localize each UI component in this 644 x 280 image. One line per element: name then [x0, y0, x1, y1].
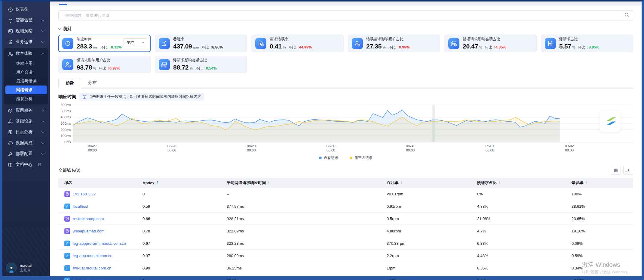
- sidebar-item-observe-insight[interactable]: 观测洞察: [4, 26, 48, 36]
- stat-card-slow-request[interactable]: 慢请求占比5.57%环比↓8.95%: [541, 35, 633, 52]
- error-rate-cell: 100%: [566, 192, 633, 196]
- stat-card-title: 响应时间: [77, 37, 121, 41]
- legend-item-第三方请求[interactable]: 第三方请求: [350, 155, 373, 160]
- column-header-错误率[interactable]: 错误率▲▼: [566, 180, 633, 185]
- stat-card-title: 吞吐率: [173, 37, 223, 41]
- stat-card-session-error[interactable]: 错误请求影响会话占比20.47%环比↑4.35%: [444, 35, 537, 52]
- stats-section-header[interactable]: 统计: [58, 26, 633, 32]
- stat-card-trend-label: 环比: [578, 45, 585, 49]
- domain-link[interactable]: localhost: [73, 204, 88, 209]
- domain-link[interactable]: leg-appprd-arm.moutai.com.cn: [73, 241, 126, 246]
- sort-carets-icon[interactable]: ▲▼: [585, 181, 587, 184]
- throughput-cell: <0.01rpm: [381, 192, 471, 196]
- sidebar-item-app-service[interactable]: 应用服务: [4, 105, 48, 116]
- stat-card-response-time[interactable]: 响应时间283.3ms环比↓8.32%平均: [58, 35, 151, 52]
- sidebar-item-terminal-app[interactable]: 终端应用: [4, 59, 48, 68]
- stat-card-slow-user[interactable]: 慢请求影响用户占比93.78%环比↑0.97%: [58, 56, 151, 73]
- aggregation-selected: 平均: [127, 40, 134, 45]
- collapse-chevron-icon: [58, 26, 61, 30]
- apdex-cell: 0: [136, 192, 221, 196]
- slow-ratio-cell: 6.38%: [471, 241, 566, 246]
- column-header-慢请求占比[interactable]: 慢请求占比▲▼: [471, 180, 566, 185]
- legend-label: 自有请求: [324, 155, 338, 160]
- sort-carets-icon[interactable]: ▲▼: [268, 181, 270, 184]
- sidebar-item-business-ops[interactable]: 业务运维: [4, 36, 48, 47]
- throughput-cell: 4.88rpm: [381, 229, 471, 233]
- svg-text:08-27: 08-27: [88, 144, 97, 148]
- aggregation-dropdown[interactable]: 平均: [124, 38, 147, 46]
- legend-item-自有请求[interactable]: 自有请求: [319, 155, 338, 160]
- svg-text:00:00: 00:00: [247, 148, 256, 152]
- response-time-cell: 36.25ms: [221, 266, 381, 270]
- sidebar-item-energy-analysis[interactable]: 能耗分析: [4, 95, 48, 103]
- sidebar-item-network-request[interactable]: 网络请求: [5, 86, 47, 94]
- sidebar-item-user-session[interactable]: 用户会话: [4, 68, 48, 76]
- sidebar-item-log-analysis[interactable]: 日志分析: [4, 127, 48, 138]
- slow-ratio-cell: 4.7%: [471, 229, 566, 233]
- domain-link[interactable]: webapi.amap.com: [73, 229, 105, 233]
- response-time-cell: 22.31ms: [221, 278, 381, 280]
- column-label: Apdex: [143, 181, 155, 185]
- domain-link[interactable]: restapi.amap.com: [73, 216, 104, 221]
- stat-card-value: 93.78: [77, 64, 92, 70]
- sidebar-item-smart-alert[interactable]: 智能告警: [4, 15, 48, 26]
- stat-card-trend-value: ↓8.32%: [109, 45, 122, 49]
- throughput-cell: 57.22rpm: [381, 278, 471, 280]
- tab-trend[interactable]: 趋势: [58, 78, 81, 89]
- stat-card-user-error[interactable]: 错误请求影响用户占比27.35%环比↑0.99%: [348, 35, 440, 52]
- svg-text:09-01: 09-01: [485, 144, 494, 148]
- domain-link[interactable]: leg-app.moutai.com.cn: [73, 254, 112, 258]
- sidebar-item-label: 业务运维: [16, 39, 32, 45]
- response-time-cell: --: [221, 192, 381, 196]
- throughput-cell: 1rpm: [381, 266, 471, 270]
- sidebar-item-deploy-config[interactable]: 部署配置: [4, 148, 48, 159]
- stat-card-value: 5.57: [559, 43, 571, 49]
- chevron-up-icon: [41, 53, 44, 56]
- stat-card-slow-session[interactable]: 慢请求影响会话占比88.72%环比↓0.54%: [155, 56, 247, 73]
- sidebar-item-data-integration[interactable]: 数据集成: [4, 138, 48, 148]
- user-role: 主账号: [20, 268, 32, 272]
- error-rate-cell: 0.34%: [566, 266, 633, 270]
- sidebar-item-label: 智能告警: [16, 17, 32, 23]
- stat-card-unit: %: [383, 46, 386, 49]
- tab-distribution[interactable]: 分布: [81, 78, 103, 88]
- stat-card-trend-label: 环比: [201, 45, 209, 49]
- sidebar-item-dashboard[interactable]: 仪表盘: [4, 4, 48, 15]
- svg-text:09-02: 09-02: [565, 144, 574, 148]
- stat-card-request-error[interactable]: 请求错误率0.41%环比↑44.99%: [251, 35, 344, 52]
- column-label: 域名: [64, 180, 72, 185]
- columns-button[interactable]: [611, 166, 621, 175]
- sort-carets-icon[interactable]: ▲▼: [498, 181, 501, 184]
- search-input[interactable]: [62, 13, 624, 18]
- stat-card-trend-value: ↑4.35%: [494, 45, 506, 49]
- column-header-Apdex[interactable]: Apdex▲▼: [136, 181, 221, 185]
- main-content: 统计 响应时间283.3ms环比↓8.32%平均吞吐率437.09rpm环比↑8…: [50, 2, 642, 276]
- sort-carets-icon[interactable]: ▲▼: [400, 181, 403, 184]
- domain-link[interactable]: fim-uat.moutai.com.cn: [73, 266, 111, 270]
- table-row: fim.moutai.com.cn122.31ms57.22rpm0.42%<0…: [58, 274, 633, 280]
- domain-link[interactable]: fim.moutai.com.cn: [73, 278, 104, 280]
- column-header-平均网络请求响应时间[interactable]: 平均网络请求响应时间▲▼: [221, 180, 381, 185]
- stat-card-value: 283.3: [77, 43, 92, 49]
- response-time-chart[interactable]: 600ms500ms400ms300ms200ms100ms0ms08-2700…: [58, 102, 633, 160]
- sidebar-item-digital-experience[interactable]: 数字体验: [4, 48, 48, 59]
- stat-card-throughput[interactable]: 吞吐率437.09rpm环比↑8.86%: [155, 35, 247, 52]
- domain-link[interactable]: 192.168.1.22: [73, 192, 96, 196]
- search-icon[interactable]: [624, 12, 629, 18]
- column-header-吞吐率[interactable]: 吞吐率▲▼: [381, 180, 471, 185]
- slow-ratio-cell: 0.36%: [471, 266, 566, 270]
- link-icon: [64, 204, 70, 209]
- sidebar-item-doc-center[interactable]: 文档中心: [4, 159, 48, 170]
- slow-user-icon: [62, 59, 73, 70]
- sidebar-item-crash-error[interactable]: 崩溃与错误: [4, 76, 48, 85]
- app-window: 仪表盘智能告警观测洞察业务运维数字体验终端应用用户会话崩溃与错误网络请求能耗分析…: [0, 0, 644, 280]
- svg-text:08-28: 08-28: [167, 144, 176, 148]
- sidebar-item-infrastructure[interactable]: 基础设施: [4, 116, 48, 127]
- user-block[interactable]: maotai 主账号: [6, 263, 32, 273]
- throughput-icon: [159, 38, 170, 49]
- sort-carets-icon[interactable]: ▲▼: [156, 181, 159, 184]
- filter-search-bar[interactable]: [58, 10, 633, 20]
- table-row: leg-appprd-arm.moutai.com.cn0.97323.23ms…: [58, 237, 633, 250]
- brand-logo-watermark: [600, 111, 621, 132]
- download-button[interactable]: [623, 166, 633, 175]
